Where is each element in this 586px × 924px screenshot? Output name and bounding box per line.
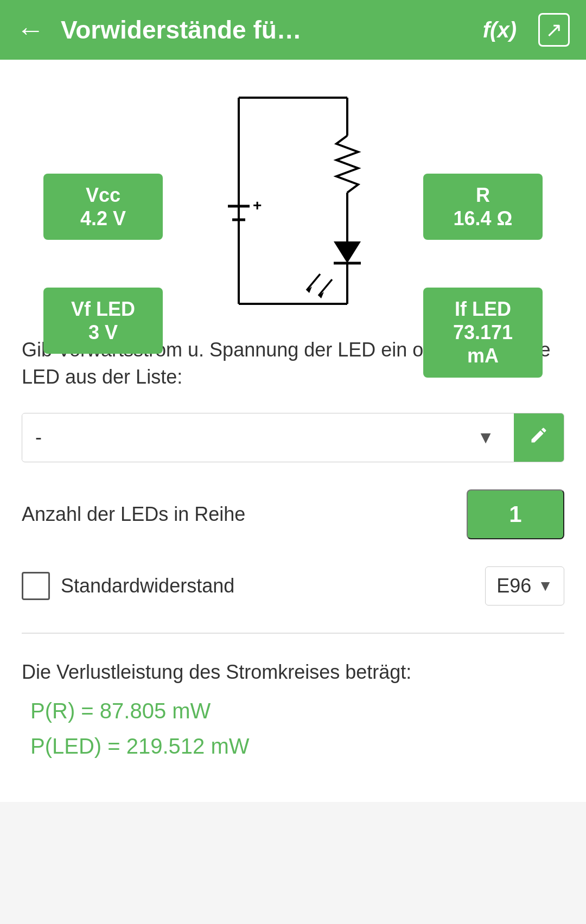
back-button[interactable]: ← (16, 16, 44, 44)
vf-led-button[interactable]: Vf LED 3 V (43, 288, 163, 354)
main-content: + Vcc 4.2 V R 16.4 Ω (0, 60, 586, 802)
pr-value: P(R) = 87.805 mW (22, 699, 564, 723)
pencil-icon (529, 425, 549, 450)
vcc-button[interactable]: Vcc 4.2 V (43, 174, 163, 240)
svg-line-13 (319, 279, 332, 296)
power-loss-section: Die Verlustleistung des Stromkreises bet… (22, 655, 564, 759)
circuit-svg: + (212, 81, 374, 320)
r-button[interactable]: R 16.4 Ω (423, 174, 543, 240)
if-led-button[interactable]: If LED 73.171 mA (423, 288, 543, 378)
led-edit-button[interactable] (514, 413, 564, 462)
standard-resistance-row: Standardwiderstand E96 ▼ (22, 566, 564, 606)
svg-line-12 (307, 274, 320, 290)
fx-button[interactable]: f(x) (483, 18, 517, 42)
pled-value: P(LED) = 219.512 mW (22, 734, 564, 759)
page-title: Vorwiderstände fü… (61, 15, 472, 44)
standard-resistance-checkbox[interactable] (22, 572, 50, 600)
svg-text:+: + (253, 197, 262, 214)
e96-arrow-icon: ▼ (538, 577, 553, 595)
power-title: Die Verlustleistung des Stromkreises bet… (22, 661, 564, 684)
e96-value: E96 (496, 575, 531, 597)
standard-resistance-label: Standardwiderstand (61, 575, 474, 597)
divider (22, 633, 564, 634)
leds-count-label: Anzahl der LEDs in Reihe (22, 503, 245, 526)
leds-count-row: Anzahl der LEDs in Reihe 1 (22, 484, 564, 545)
led-dropdown-value[interactable]: - (22, 414, 457, 461)
circuit-diagram: + Vcc 4.2 V R 16.4 Ω (22, 81, 564, 320)
led-dropdown-arrow-icon: ▼ (466, 428, 505, 448)
app-header: ← Vorwiderstände fü… f(x) ↗ (0, 0, 586, 60)
led-dropdown-row[interactable]: - ▼ (22, 413, 564, 462)
share-button[interactable]: ↗ (538, 13, 570, 47)
e96-dropdown[interactable]: E96 ▼ (485, 566, 564, 606)
svg-marker-9 (334, 241, 361, 263)
leds-count-value[interactable]: 1 (467, 489, 564, 539)
